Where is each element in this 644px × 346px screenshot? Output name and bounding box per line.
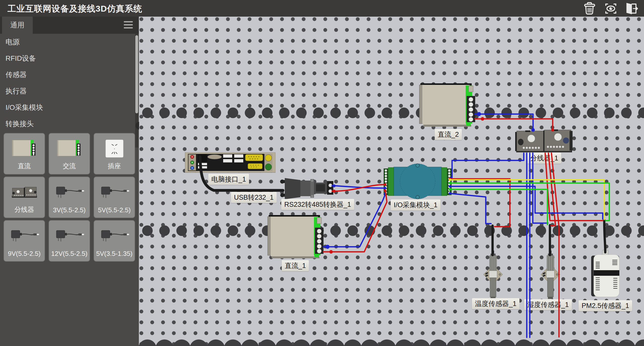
adapter-thumbnail — [49, 222, 90, 249]
menu-item-io-module[interactable]: I/O采集模块 — [0, 99, 135, 116]
wire-splitter-down-red[interactable] — [551, 153, 559, 337]
palette-card-splitter[interactable]: 分线器 — [4, 177, 45, 218]
sidebar-scrollbar-thumb[interactable] — [135, 35, 138, 113]
menu-item-rfid[interactable]: RFID设备 — [0, 50, 135, 66]
adapter-thumbnail — [49, 179, 90, 206]
palette-card-12v[interactable]: 12V(5.5-2.5) — [49, 220, 90, 262]
app-window: 直流_2 分线器_1 电脑接口_1 USB转232_1 RS232转485转换器… — [0, 0, 644, 346]
menu-item-actuator[interactable]: 执行器 — [0, 83, 135, 99]
wire-dc1-io-red[interactable] — [324, 189, 387, 254]
cable-pc-usb232[interactable] — [200, 157, 283, 190]
titlebar: 工业互联网设备及接线3D仿真系统 — [0, 0, 644, 17]
menu-item-adapter[interactable]: 转换接头 — [0, 116, 135, 132]
sidebar-tabstrip: 通用 — [0, 17, 139, 34]
trash-icon[interactable] — [582, 2, 598, 15]
preview-eye-icon[interactable] — [603, 2, 619, 15]
adapter-thumbnail — [94, 179, 135, 206]
wire-io-pm25-green[interactable] — [449, 182, 609, 221]
menu-item-power[interactable]: 电源 — [0, 34, 135, 50]
wire-dc1-io-blue[interactable] — [324, 193, 386, 249]
wire-dc2-splitter-red[interactable] — [475, 117, 554, 131]
wire-splitter-io-blue[interactable] — [450, 153, 524, 178]
palette-card-5v-135[interactable]: 5V(3.5-1.35) — [94, 220, 135, 262]
adapter-thumbnail — [4, 222, 45, 249]
psu-thumbnail — [49, 135, 90, 162]
psu-thumbnail — [4, 135, 45, 162]
splitter-thumbnail — [4, 179, 45, 206]
socket-thumbnail — [94, 135, 135, 162]
palette-card-3v[interactable]: 3V(5.5-2.5) — [49, 177, 90, 218]
palette-card-ac[interactable]: 交流 — [49, 133, 90, 175]
wire-io-pm25-blue[interactable] — [449, 185, 603, 219]
palette-card-5v[interactable]: 5V(5.5-2.5) — [94, 177, 135, 218]
category-menu: 电源 RFID设备 传感器 执行器 I/O采集模块 转换接头 — [0, 34, 135, 132]
cable-pm25-sensor[interactable] — [604, 220, 605, 252]
exit-door-icon[interactable] — [623, 2, 639, 15]
device-palette: 直流 交流 插座 分线器 3V(5.5-2.5) 5V(5.5-2.5) — [4, 133, 135, 262]
palette-card-dc[interactable]: 直流 — [4, 133, 45, 175]
menu-item-sensor[interactable]: 传感器 — [0, 66, 135, 83]
menu-hamburger-icon[interactable] — [124, 21, 134, 30]
palette-card-socket[interactable]: 插座 — [94, 133, 135, 175]
wire-io-temp-red[interactable] — [449, 178, 510, 227]
palette-card-9v[interactable]: 9V(5.5-2.5) — [4, 220, 45, 262]
adapter-thumbnail — [94, 222, 135, 249]
wire-io-temp-blue[interactable] — [449, 192, 491, 224]
tab-general[interactable]: 通用 — [2, 17, 33, 34]
wire-dc2-splitter-blue[interactable] — [475, 112, 535, 132]
sidebar: 通用 电源 RFID设备 传感器 执行器 I/O采集模块 转换接头 直流 交流 — [0, 17, 139, 346]
app-title: 工业互联网设备及接线3D仿真系统 — [8, 3, 142, 15]
